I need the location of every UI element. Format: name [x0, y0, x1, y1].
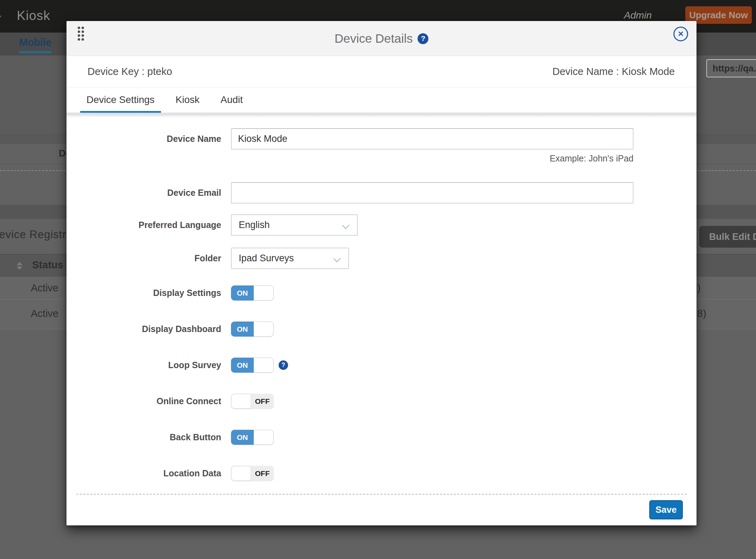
location-data-toggle[interactable]: OFF — [231, 466, 274, 481]
back-button-toggle[interactable]: ON — [231, 430, 274, 445]
display-dashboard-label: Display Dashboard — [66, 322, 221, 337]
modal-subheader: Device Key : pteko Device Name : Kiosk M… — [66, 56, 696, 88]
tab-kiosk[interactable]: Kiosk — [175, 94, 200, 112]
folder-label: Folder — [66, 248, 221, 269]
tab-mobile[interactable]: Mobile — [19, 37, 51, 53]
online-connect-toggle[interactable]: OFF — [231, 394, 274, 409]
modal-tab-bar: Device Settings Kiosk Audit — [66, 88, 696, 113]
admin-label[interactable]: Admin — [624, 10, 652, 21]
device-settings-form: Device Name Example: John's iPad Device … — [66, 113, 696, 525]
loop-survey-toggle[interactable]: ON — [231, 358, 274, 373]
help-icon[interactable]: ? — [418, 33, 428, 44]
close-icon: ✕ — [678, 30, 684, 38]
display-dashboard-toggle[interactable]: ON — [231, 322, 274, 337]
device-key-text: Device Key : pteko — [88, 66, 172, 77]
chevron-down-icon — [342, 221, 349, 229]
status-cell: Active — [31, 308, 58, 319]
save-button[interactable]: Save — [649, 500, 683, 519]
folder-select-value: Ipad Surveys — [239, 253, 294, 264]
language-select[interactable]: English — [231, 214, 358, 236]
loop-survey-label: Loop Survey — [66, 358, 221, 373]
preferred-language-label: Preferred Language — [66, 214, 221, 236]
device-name-field[interactable] — [231, 128, 634, 150]
sort-icon[interactable] — [17, 262, 22, 270]
language-select-value: English — [239, 220, 270, 230]
device-name-label: Device Name — [66, 128, 221, 150]
modal-title: Device Details — [335, 32, 413, 46]
row-fragment: 8) — [697, 308, 706, 319]
status-cell: Active — [31, 282, 58, 294]
breadcrumb-chevron-icon: › — [0, 8, 1, 23]
device-email-field[interactable] — [231, 182, 634, 203]
folder-select[interactable]: Ipad Surveys — [231, 248, 349, 269]
page-title: Kiosk — [17, 8, 50, 23]
display-settings-toggle[interactable]: ON — [231, 285, 274, 301]
display-settings-label: Display Settings — [66, 285, 221, 301]
device-email-label: Device Email — [66, 182, 221, 203]
device-name-helper: Example: John's iPad — [550, 153, 634, 164]
loop-survey-help-icon[interactable]: ? — [279, 360, 288, 370]
bulk-edit-devices-button[interactable]: Bulk Edit Devices — [699, 226, 756, 248]
url-input[interactable] — [706, 59, 756, 77]
location-data-label: Location Data — [66, 466, 221, 481]
close-button[interactable]: ✕ — [673, 27, 688, 41]
status-column-header[interactable]: Status — [32, 259, 63, 271]
chevron-down-icon — [333, 255, 341, 262]
footer-dashed-divider — [76, 494, 687, 495]
tab-device-settings[interactable]: Device Settings — [86, 94, 155, 112]
device-name-text: Device Name : Kiosk Mode — [552, 66, 675, 77]
row-fragment: ) — [697, 282, 701, 294]
online-connect-label: Online Connect — [66, 394, 221, 409]
modal-header: Device Details ? ✕ — [66, 21, 696, 56]
back-button-label: Back Button — [66, 430, 221, 445]
tab-audit[interactable]: Audit — [220, 94, 244, 112]
device-details-modal: Device Details ? ✕ Device Key : pteko De… — [66, 21, 696, 525]
